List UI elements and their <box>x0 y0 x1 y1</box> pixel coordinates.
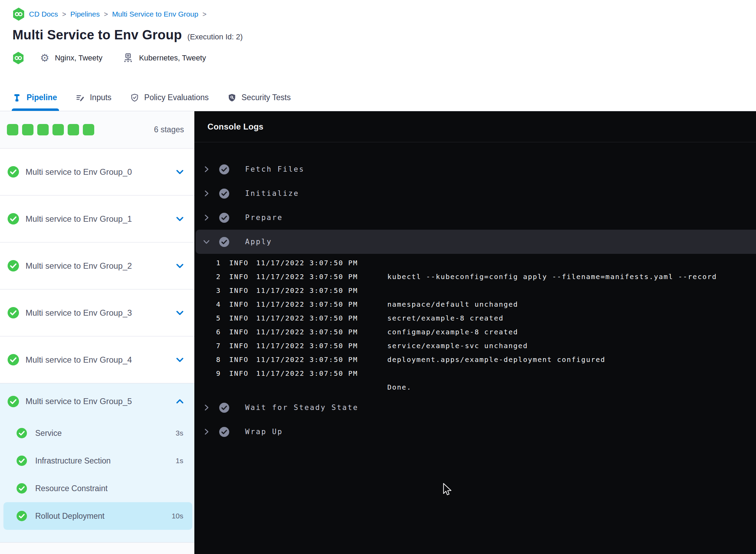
chevron-down-icon[interactable] <box>175 167 185 177</box>
breadcrumb-project[interactable]: CD Docs <box>29 10 58 18</box>
expanded-stage: Multi service to Env Group_5 Service 3s <box>0 383 194 554</box>
pipeline-execution-page: CD Docs > Pipelines > Multi Service to E… <box>0 0 756 554</box>
environments-label: Kubernetes, Tweety <box>139 54 206 63</box>
log-line-level: INFO <box>229 342 249 350</box>
stage-progress-square <box>68 124 79 135</box>
console-step-label: Apply <box>245 238 272 246</box>
chevron-right-icon[interactable] <box>202 403 211 412</box>
sidebar-footer <box>0 542 194 554</box>
success-check-icon <box>8 213 19 225</box>
gear-icon: ⚙ <box>40 53 49 63</box>
stage-label: Multi service to Env Group_3 <box>26 308 175 318</box>
log-line-timestamp: 11/17/2022 3:07:50 PM <box>256 342 387 350</box>
console-step-row[interactable]: Wrap Up <box>194 420 756 444</box>
log-line-timestamp: 11/17/2022 3:07:50 PM <box>256 328 387 336</box>
harness-logo-icon <box>12 7 25 21</box>
log-line-timestamp: 11/17/2022 3:07:50 PM <box>256 300 387 308</box>
success-check-icon <box>8 354 19 365</box>
stage-count-label: 6 stages <box>154 125 184 134</box>
chevron-up-icon[interactable] <box>175 397 185 406</box>
stage-label: Multi service to Env Group_1 <box>26 214 175 224</box>
step-row[interactable]: Infrastructure Section 1s <box>3 447 192 475</box>
services-row: ⚙ Nginx, Tweety Kubernetes, Tweety <box>12 51 756 65</box>
breadcrumb-pipelines[interactable]: Pipelines <box>70 10 100 18</box>
tab-inputs[interactable]: Inputs <box>76 84 112 111</box>
log-line-number: 2 <box>197 273 221 281</box>
stages-sidebar: 6 stages Multi service to Env Group_0 Mu… <box>0 111 194 554</box>
stage-row[interactable]: Multi service to Env Group_3 <box>0 289 194 336</box>
console-step-row[interactable]: Initialize <box>194 181 756 206</box>
chevron-down-icon[interactable] <box>175 308 185 318</box>
console-step-row[interactable]: Prepare <box>194 206 756 230</box>
chevron-down-icon[interactable] <box>175 261 185 271</box>
log-lines: 1 INFO 11/17/2022 3:07:50 PM 2 INFO 11/1… <box>194 254 756 395</box>
stage-row[interactable]: Multi service to Env Group_0 <box>0 149 194 195</box>
console-step-row[interactable]: Fetch Files <box>194 157 756 181</box>
log-line: 1 INFO 11/17/2022 3:07:50 PM <box>194 256 756 270</box>
console-step-label: Wait for Steady State <box>245 403 359 412</box>
stage-row[interactable]: Multi service to Env Group_4 <box>0 336 194 383</box>
stages-progress-row: 6 stages <box>0 111 194 149</box>
log-line: 8 INFO 11/17/2022 3:07:50 PM deployment.… <box>194 353 756 366</box>
log-line: 7 INFO 11/17/2022 3:07:50 PM service/exa… <box>194 339 756 353</box>
step-duration: 1s <box>176 457 183 465</box>
step-duration: 10s <box>172 512 183 520</box>
chevron-down-icon[interactable] <box>202 237 211 246</box>
success-check-muted-icon <box>219 164 229 174</box>
stage-progress-square <box>7 124 18 135</box>
log-line-message: namespace/default unchanged <box>387 300 756 308</box>
stage-label: Multi service to Env Group_5 <box>26 397 175 406</box>
log-line: 2 INFO 11/17/2022 3:07:50 PM kubectl --k… <box>194 270 756 284</box>
expanded-stage-header[interactable]: Multi service to Env Group_5 <box>0 383 194 419</box>
success-check-muted-icon <box>219 403 229 413</box>
log-line: 3 INFO 11/17/2022 3:07:50 PM <box>194 284 756 297</box>
log-line-message: deployment.apps/example-deployment confi… <box>387 355 756 364</box>
step-duration: 3s <box>176 429 183 437</box>
environment-icon <box>123 52 134 64</box>
log-line-number: 7 <box>197 342 221 350</box>
log-line-level: INFO <box>229 259 249 267</box>
services-label: Nginx, Tweety <box>55 54 103 63</box>
success-check-icon <box>17 511 27 521</box>
tab-security-tests[interactable]: Security Tests <box>227 84 291 111</box>
success-check-icon <box>8 307 19 318</box>
console-titlebar: Console Logs <box>194 111 756 142</box>
security-shield-icon <box>227 93 236 102</box>
harness-service-icon <box>12 51 24 65</box>
tab-policy-evaluations[interactable]: Policy Evaluations <box>130 84 209 111</box>
console-step-row-active[interactable]: Apply <box>196 230 756 254</box>
console-steps-before: Fetch Files Initialize Prepare <box>194 157 756 230</box>
stage-progress-square <box>52 124 64 135</box>
breadcrumb-pipeline-name[interactable]: Multi Service to Env Group <box>112 10 198 18</box>
step-row[interactable]: Resource Constraint <box>3 475 192 502</box>
chevron-down-icon[interactable] <box>175 214 185 224</box>
log-line: 4 INFO 11/17/2022 3:07:50 PM namespace/d… <box>194 297 756 311</box>
console-step-row[interactable]: Wait for Steady State <box>194 395 756 420</box>
log-line-message: Done. <box>387 383 756 391</box>
log-line-number: 1 <box>197 259 221 267</box>
execution-id-label: (Execution Id: 2) <box>187 32 243 41</box>
chevron-right-icon[interactable] <box>202 427 211 436</box>
success-check-icon <box>8 396 19 407</box>
stage-progress-square <box>22 124 33 135</box>
success-check-icon <box>17 428 27 438</box>
console-content: Fetch Files Initialize Prepare <box>194 142 756 444</box>
breadcrumb-separator: > <box>104 10 108 18</box>
success-check-muted-icon <box>219 237 229 247</box>
step-label: Rollout Deployment <box>35 512 172 521</box>
stage-row[interactable]: Multi service to Env Group_1 <box>0 195 194 242</box>
step-label: Infrastructure Section <box>35 456 176 466</box>
success-check-icon <box>17 456 27 466</box>
stage-label: Multi service to Env Group_4 <box>26 355 175 365</box>
chevron-down-icon[interactable] <box>175 355 185 365</box>
chevron-right-icon[interactable] <box>202 189 211 198</box>
step-row[interactable]: Rollout Deployment 10s <box>3 502 192 530</box>
chevron-right-icon[interactable] <box>202 213 211 222</box>
log-line: 5 INFO 11/17/2022 3:07:50 PM secret/exam… <box>194 311 756 325</box>
step-row[interactable]: Service 3s <box>3 419 192 447</box>
step-label: Service <box>35 429 176 438</box>
chevron-right-icon[interactable] <box>202 165 211 174</box>
step-label: Resource Constraint <box>35 484 183 493</box>
tab-pipeline[interactable]: Pipeline <box>12 84 57 111</box>
stage-row[interactable]: Multi service to Env Group_2 <box>0 242 194 289</box>
